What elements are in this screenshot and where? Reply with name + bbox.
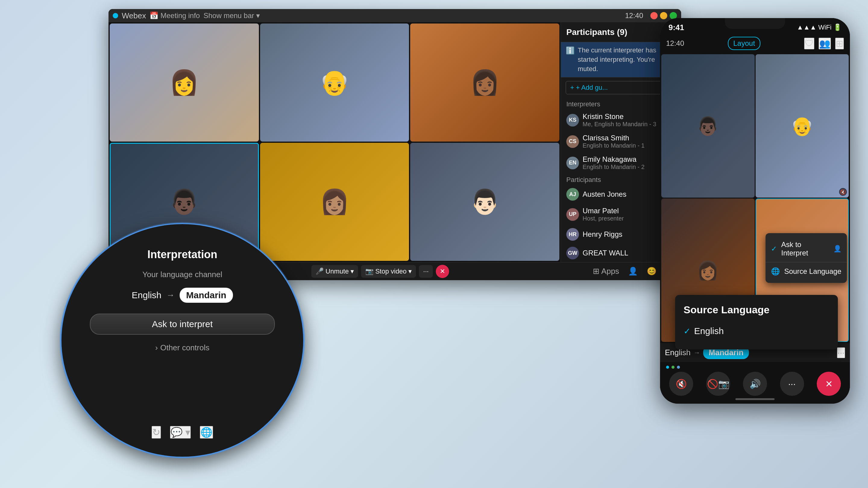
indicator-dots [666, 366, 844, 369]
unmute-btn[interactable]: 🎤 Unmute ▾ [311, 265, 358, 278]
interpreter-avatar-2: CS [566, 135, 579, 148]
target-lang-btn[interactable]: Mandarin [180, 288, 233, 303]
context-ask-interpret[interactable]: ✓ Ask to Interpret 👤 [766, 235, 847, 262]
phone-home-indicator [735, 398, 775, 400]
name-greatwall: GREAT WALL [583, 249, 665, 257]
avatar-greatwall: GW [566, 247, 579, 259]
phone-lang-arrow-icon: → [693, 349, 700, 357]
call-time: 12:40 [666, 39, 684, 47]
minimize-window-btn[interactable] [660, 12, 667, 19]
video-cell-2: 👴 [260, 24, 409, 141]
panel-title: Participants (9) [566, 27, 627, 37]
reactions-btn[interactable]: 😊 [644, 265, 659, 278]
phone-lang-more-btn[interactable]: ··· [837, 347, 845, 358]
source-lang-english-label: English [694, 326, 724, 336]
phone-clock: 9:41 [669, 23, 684, 32]
source-language-popup: Source Language ✓ English [675, 295, 838, 350]
video-cell-1: 👩 [110, 24, 259, 141]
app-name: Webex [122, 11, 146, 21]
phone-context-menu: ✓ Ask to Interpret 👤 🌐 Source Language [766, 233, 847, 283]
interpretation-popup: Interpretation Your language channel Eng… [60, 223, 304, 458]
source-lang-btn[interactable]: English [132, 290, 161, 300]
show-menu-bar-btn[interactable]: Show menu bar ▾ [204, 11, 260, 20]
phone-speaker-btn[interactable]: 🔊 [743, 372, 767, 396]
clock: 12:40 [625, 11, 643, 20]
phone-grid-btn[interactable]: ⊞ [835, 38, 844, 50]
lang-channel: English → Mandarin [132, 288, 233, 303]
name-umar: Umar Patel [583, 207, 665, 215]
role-umar: Host, presenter [583, 215, 665, 222]
avatar-austen: AJ [566, 188, 579, 201]
phone-bottom-controls: 🔇 🚫📷 🔊 ··· ✕ [660, 362, 850, 404]
phone-end-icon: ✕ [825, 379, 833, 389]
source-lang-english-option[interactable]: ✓ English [684, 322, 830, 340]
layout-btn[interactable]: Layout [728, 37, 761, 50]
phone-security-btn[interactable]: 🛡 [804, 38, 814, 50]
plus-icon: + [570, 84, 574, 92]
invite-toolbar-btn[interactable]: 👤 [625, 265, 641, 278]
wifi-icon: WiFi [818, 24, 832, 31]
phone-more-btn[interactable]: ··· [780, 372, 804, 396]
phone-action-icons: 🛡 👥 ⊞ [804, 38, 844, 50]
other-controls-btn[interactable]: › Other controls [155, 343, 210, 352]
phone-speaker-icon: 🔊 [749, 379, 761, 389]
interpretation-title: Interpretation [147, 248, 217, 261]
add-guest-btn[interactable]: + + Add gu... [566, 81, 676, 94]
ask-to-interpret-btn[interactable]: Ask to interpret [90, 314, 275, 335]
phone-video-btn[interactable]: 🚫📷 [706, 372, 730, 396]
meeting-info-btn[interactable]: 📅 Meeting info [150, 11, 200, 20]
battery-icon: 🔋 [833, 24, 841, 31]
chevron-right-icon: › [155, 343, 158, 352]
title-bar: Webex 📅 Meeting info Show menu bar ▾ 12:… [108, 9, 681, 22]
phone-mute-btn[interactable]: 🔇 [669, 372, 693, 396]
calendar-icon: 📅 [150, 11, 158, 20]
source-lang-check-icon: ✓ [684, 326, 690, 336]
phone-mic-icon: 🔇 [676, 379, 687, 389]
avatar-umar: UP [566, 208, 579, 221]
popup-globe-btn[interactable]: 🌐 [200, 426, 213, 438]
context-source-lang[interactable]: 🌐 Source Language [766, 262, 847, 281]
chevron-down-icon-2: ▾ [408, 267, 412, 275]
phone-avatar-2: 👴 [755, 54, 849, 198]
close-window-btn[interactable] [650, 12, 658, 19]
end-call-btn[interactable]: ✕ [436, 265, 449, 278]
window-controls [650, 12, 677, 19]
video-cell-3: 👩🏾 [410, 24, 559, 141]
camera-icon: 📷 [365, 267, 373, 275]
dot-1 [666, 366, 669, 369]
phone-mute-icon-2: 🔇 [839, 188, 847, 196]
context-ask-interpret-label: Ask to Interpret [781, 240, 829, 257]
popup-chat-btn[interactable]: 💬 ▾ [170, 426, 191, 438]
lang-arrow-icon: → [166, 290, 175, 300]
name-henry: Henry Riggs [583, 230, 664, 238]
more-btn[interactable]: ··· [419, 265, 433, 278]
phone-camera-icon: 🚫📷 [707, 379, 730, 389]
chevron-down-icon: ▾ [350, 267, 354, 275]
context-person-icon: 👤 [833, 245, 841, 253]
avatar-2: 👴 [260, 24, 409, 141]
video-cell-6: 👨🏻 [410, 143, 559, 261]
phone-video-1: 👨🏿 [661, 54, 755, 198]
apps-toolbar-btn[interactable]: ⊞ Apps [590, 265, 622, 278]
webex-logo [113, 13, 118, 19]
phone-status-icons: ▲▲▲ WiFi 🔋 [797, 24, 841, 31]
interpreter-avatar-1: KS [566, 114, 579, 127]
interpreter-avatar-3: EN [566, 157, 579, 169]
dot-2 [672, 366, 675, 369]
phone-end-btn[interactable]: ✕ [817, 372, 841, 396]
context-source-lang-label: Source Language [784, 267, 841, 275]
phone-notch [725, 18, 785, 29]
phone-more-icon: ··· [788, 379, 796, 389]
phone-avatar-1: 👨🏿 [661, 54, 755, 198]
phone-participants-btn[interactable]: 👥 [818, 38, 831, 50]
source-lang-title: Source Language [684, 304, 830, 316]
stop-video-btn[interactable]: 📷 Stop video ▾ [361, 265, 416, 278]
avatar-6: 👨🏻 [410, 143, 559, 261]
phone-controls-row: 🔇 🚫📷 🔊 ··· ✕ [666, 372, 844, 396]
popup-sync-btn[interactable]: ↻ [152, 426, 161, 438]
avatar-henry: HR [566, 228, 579, 241]
signal-icon: ▲▲▲ [797, 24, 816, 31]
apps-icon: ⊞ [593, 267, 599, 275]
globe-context-icon: 🌐 [771, 267, 780, 275]
avatar-3: 👩🏾 [410, 24, 559, 141]
